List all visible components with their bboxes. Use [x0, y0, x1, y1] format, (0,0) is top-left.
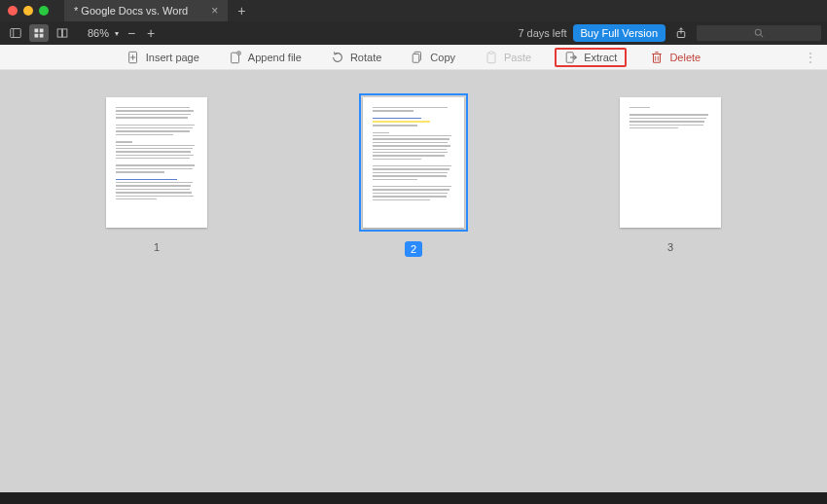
- append-file-label: Append file: [248, 52, 302, 63]
- copy-button[interactable]: Copy: [405, 49, 461, 66]
- page-preview: [106, 97, 207, 228]
- svg-rect-4: [35, 34, 39, 38]
- search-icon: [753, 27, 765, 39]
- two-page-icon: [56, 27, 68, 39]
- zoom-in-button[interactable]: +: [144, 25, 158, 41]
- paste-icon: [485, 51, 498, 64]
- paste-label: Paste: [504, 52, 531, 63]
- document-tab[interactable]: * Google Docs vs. Word ×: [64, 0, 228, 21]
- thumbnails-view-button[interactable]: [29, 24, 49, 42]
- grid-icon: [33, 27, 45, 39]
- sidebar-toggle-button[interactable]: [6, 24, 25, 42]
- rotate-button[interactable]: Rotate: [325, 49, 387, 66]
- zoom-window-icon[interactable]: [39, 6, 49, 16]
- page-preview-selected: [363, 97, 464, 228]
- svg-rect-3: [40, 29, 44, 33]
- svg-rect-7: [62, 29, 67, 37]
- insert-page-label: Insert page: [146, 52, 199, 63]
- window-controls: [8, 6, 49, 16]
- append-file-button[interactable]: Append file: [223, 49, 307, 66]
- append-file-icon: [229, 51, 242, 64]
- svg-rect-5: [40, 34, 44, 38]
- svg-point-10: [755, 29, 761, 35]
- document-tab-title: * Google Docs vs. Word: [74, 5, 188, 17]
- chevron-down-icon[interactable]: ▾: [115, 29, 119, 38]
- thumbnails-area: 1 2 3: [0, 70, 827, 492]
- paste-button: Paste: [479, 49, 537, 66]
- copy-icon: [411, 51, 424, 64]
- controls-bar: 86% ▾ − + 7 days left Buy Full Version: [0, 21, 827, 45]
- rotate-icon: [331, 51, 344, 64]
- delete-button[interactable]: Delete: [644, 49, 706, 66]
- trash-icon: [650, 51, 664, 64]
- close-tab-icon[interactable]: ×: [211, 4, 218, 18]
- page-number: 3: [667, 241, 673, 253]
- svg-rect-25: [654, 54, 661, 62]
- close-window-icon[interactable]: [8, 6, 18, 16]
- svg-rect-22: [489, 51, 493, 54]
- page-toolbar: Insert page Append file Rotate Copy Past…: [0, 45, 827, 70]
- svg-rect-6: [57, 29, 62, 37]
- two-page-view-button[interactable]: [53, 24, 72, 42]
- extract-button[interactable]: Extract: [555, 48, 627, 67]
- page-thumbnail-1[interactable]: 1: [106, 97, 207, 492]
- insert-page-button[interactable]: Insert page: [121, 49, 205, 66]
- insert-page-icon: [126, 51, 140, 64]
- svg-rect-20: [414, 54, 420, 62]
- titlebar: * Google Docs vs. Word × +: [0, 0, 827, 21]
- page-thumbnail-2[interactable]: 2: [363, 97, 464, 492]
- toolbar-overflow-button[interactable]: ⋮: [804, 50, 817, 65]
- page-thumbnail-3[interactable]: 3: [620, 97, 721, 492]
- zoom-out-button[interactable]: −: [125, 25, 138, 41]
- delete-label: Delete: [669, 52, 701, 63]
- zoom-control: 86% ▾ − +: [88, 25, 158, 41]
- page-preview: [620, 97, 721, 228]
- share-button[interactable]: [671, 24, 691, 42]
- window-footer: [0, 492, 827, 504]
- extract-label: Extract: [584, 52, 617, 63]
- trial-days-left: 7 days left: [518, 27, 566, 39]
- buy-full-version-button[interactable]: Buy Full Version: [573, 24, 665, 42]
- zoom-level[interactable]: 86%: [88, 27, 109, 39]
- extract-icon: [564, 51, 578, 64]
- page-number: 1: [154, 241, 160, 253]
- svg-line-11: [761, 35, 764, 38]
- svg-rect-0: [11, 29, 21, 38]
- new-tab-button[interactable]: +: [237, 3, 245, 18]
- share-icon: [675, 27, 687, 39]
- sidebar-icon: [10, 27, 21, 39]
- page-number-selected: 2: [405, 241, 422, 257]
- copy-label: Copy: [430, 52, 455, 63]
- svg-rect-2: [35, 29, 39, 33]
- search-input[interactable]: [697, 25, 821, 41]
- minimize-window-icon[interactable]: [23, 6, 33, 16]
- rotate-label: Rotate: [350, 52, 381, 63]
